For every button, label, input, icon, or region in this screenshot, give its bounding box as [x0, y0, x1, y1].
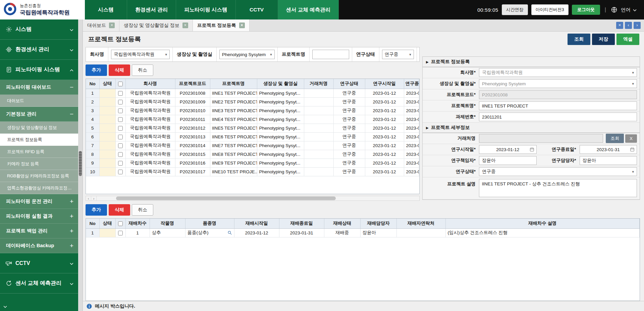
sidebar-splitter[interactable] — [78, 19, 83, 311]
start-date-input[interactable]: 2023-01-12 — [479, 145, 537, 154]
table-row[interactable]: 5국립원예특작과학원P202301012lINE5 TEST PROJECTPh… — [86, 124, 419, 132]
sidebar-item[interactable]: 피노타이핑 운전 관리+ — [0, 194, 78, 209]
client-clear-button[interactable]: X — [625, 134, 637, 143]
row-checkbox[interactable] — [118, 126, 123, 131]
extend-time-button[interactable]: 시간연장 — [502, 4, 528, 15]
nav-item-5[interactable]: 센서 교체 예측관리 — [278, 0, 339, 19]
project-name-field[interactable]: lINE1 TEST PROJECT — [479, 101, 637, 110]
tab-1[interactable]: 대쉬보드× — [83, 19, 119, 31]
nav-item-2[interactable]: 환경센서 관리 — [127, 0, 176, 19]
magnifier-icon[interactable] — [227, 230, 232, 235]
sidebar-item[interactable]: 환경센서 관리 — [0, 40, 78, 60]
nav-item-1[interactable]: 시스템 — [85, 0, 127, 19]
sidebar-item[interactable]: 기본정보 관리− — [0, 107, 78, 122]
sidebar-scroll-down-icon[interactable] — [3, 303, 7, 309]
tab-close-icon[interactable]: × — [182, 23, 188, 28]
table-row[interactable]: 11상추품종(상추)2023-01-122023-01-31재배중장윤아(임시)… — [86, 228, 640, 237]
sidebar-item[interactable]: CCTV — [0, 253, 78, 273]
table-row[interactable]: 1국립원예특작과학원P202301008lINE1 TEST PROJECTPh… — [86, 89, 419, 97]
sidebar-item[interactable]: 프로젝트 정보등록 — [0, 134, 78, 146]
table-row[interactable]: 4국립원예특작과학원P202301011lINE4 TEST PROJECTPh… — [86, 115, 419, 124]
select-all-checkbox[interactable] — [118, 82, 123, 86]
tab-close-all-button[interactable]: × — [616, 22, 623, 29]
chevron-down-icon — [633, 7, 637, 12]
table-row[interactable]: 2국립원예특작과학원P202301009lINE2 TEST PROJECTPh… — [86, 97, 419, 106]
research-status-select[interactable]: 연구중 ▾ — [479, 167, 637, 176]
sidebar-item[interactable]: 생장상 및 영상촬영실 정보 — [0, 122, 78, 134]
row-checkbox[interactable] — [118, 135, 123, 139]
table-row[interactable]: 10국립원예특작과학원P202301017lINE10 TEST PROJE..… — [86, 167, 419, 176]
table-row[interactable]: 9국립원예특작과학원P202301016lINE9 TEST PROJECTPh… — [86, 159, 419, 167]
excel-button[interactable]: 엑셀 — [616, 34, 639, 45]
project-name-input[interactable] — [312, 50, 349, 59]
row-number: 8 — [86, 150, 99, 159]
horizontal-scrollbar[interactable]: ‹ › — [86, 196, 420, 201]
sidebar-item[interactable]: 대쉬보드 — [0, 95, 78, 107]
cancel-button[interactable]: 취소 — [132, 64, 153, 76]
table-row[interactable]: 8국립원예특작과학원P202301015lINE8 TEST PROJECTPh… — [86, 150, 419, 159]
delete-button[interactable]: 삭제 — [109, 204, 130, 216]
row-checkbox[interactable] — [118, 231, 123, 235]
end-date-input[interactable]: 2023-01-31 — [580, 145, 637, 154]
tab-close-icon[interactable]: × — [109, 23, 115, 28]
add-button[interactable]: 추가 — [86, 64, 107, 76]
row-checkbox[interactable] — [118, 91, 123, 96]
sidebar-item[interactable]: 시스템 — [0, 19, 78, 40]
row-checkbox[interactable] — [118, 108, 123, 113]
scroll-left-arrow[interactable]: ‹ — [86, 196, 91, 201]
row-checkbox[interactable] — [118, 170, 123, 174]
tab-3[interactable]: 프로젝트 정보등록× — [193, 19, 250, 31]
tab-next-button[interactable]: › — [634, 22, 641, 29]
sidebar-scrollbar-thumb[interactable] — [79, 151, 82, 176]
client-field[interactable] — [479, 134, 603, 143]
row-checkbox[interactable] — [118, 143, 123, 148]
column-header: 재배자연락처 — [396, 219, 445, 228]
leader-field[interactable]: 장윤아 — [479, 156, 537, 165]
nav-item-4[interactable]: CCTV — [236, 0, 278, 19]
sidebar-item[interactable]: 카메라 정보 등록 — [0, 158, 78, 170]
tab-2[interactable]: 생장상 및 영상촬영실 정보× — [119, 19, 193, 31]
scroll-right-arrow[interactable]: › — [91, 196, 97, 201]
row-checkbox[interactable] — [118, 117, 123, 122]
sidebar-item[interactable]: 엽록소형광촬영실 카메라좌표정보 등록 — [0, 182, 78, 194]
logo[interactable]: 농촌진흥청 국립원예특작과학원 — [0, 0, 85, 19]
delete-button[interactable]: 삭제 — [109, 64, 130, 76]
sidebar-item[interactable]: 피노타이핑 대쉬보드− — [0, 80, 78, 95]
nav-item-3[interactable]: 피노타이핑 시스템 — [176, 0, 235, 19]
row-checkbox[interactable] — [118, 152, 123, 157]
sidebar-item[interactable]: 센서 교체 예측관리 — [0, 273, 78, 294]
add-button[interactable]: 추가 — [86, 204, 107, 216]
sidebar-item[interactable]: 데이타베이스 Backup+ — [0, 238, 78, 253]
language-selector[interactable]: 언어 — [621, 7, 637, 13]
table-row[interactable]: 6국립원예특작과학원P202301013lINE6 TEST PROJECTPh… — [86, 132, 419, 141]
row-checkbox[interactable] — [118, 100, 123, 104]
task-number-field[interactable]: 23011201 — [479, 113, 637, 121]
sidebar-item[interactable]: 프로젝트 RFID 등록 — [0, 146, 78, 158]
sidebar-item[interactable]: RGB촬영실 카메라좌표정보 등록 — [0, 170, 78, 182]
table-row[interactable]: 7국립원예특작과학원P202301014lINE7 TEST PROJECTPh… — [86, 141, 419, 150]
user-button[interactable]: 아이티컨버전3 — [531, 4, 569, 15]
company-select[interactable]: 국립원예특작과학원 ▾ — [479, 68, 637, 77]
company-filter-select[interactable]: 국립원예특작과학원 ▾ — [111, 50, 170, 59]
calendar-icon[interactable] — [630, 147, 635, 152]
sidebar-item[interactable]: 피노타이핑 실험 결과+ — [0, 209, 78, 224]
logout-button[interactable]: 로그아웃 — [572, 5, 600, 15]
cancel-button[interactable]: 취소 — [132, 204, 153, 216]
save-button[interactable]: 저장 — [592, 34, 615, 45]
search-button[interactable]: 조회 — [568, 34, 590, 45]
tab-close-icon[interactable]: × — [239, 23, 245, 28]
sidebar-item[interactable]: 피노타이핑 시스템 — [0, 60, 78, 80]
status-filter-select[interactable]: 연구중 ▾ — [382, 50, 414, 59]
tab-prev-button[interactable]: ‹ — [625, 22, 632, 29]
project-description-textarea[interactable]: lINE1 TEST PROJECT - 상추 건조스트레스 진행 — [479, 179, 637, 197]
table-row[interactable]: 3국립원예특작과학원P202301010lINE3 TEST PROJECTPh… — [86, 106, 419, 115]
manager-field[interactable]: 장윤아 — [580, 156, 637, 165]
chamber-filter-select[interactable]: Phenotyping Sysytem ▾ — [219, 50, 275, 59]
client-search-button[interactable]: 조회 — [606, 134, 624, 143]
select-all-checkbox[interactable] — [118, 221, 123, 226]
row-checkbox[interactable] — [118, 161, 123, 166]
scrollbar-thumb[interactable] — [116, 196, 336, 200]
calendar-icon[interactable] — [530, 147, 534, 152]
chamber-select[interactable]: Phenotyping Sysytem ▾ — [479, 79, 637, 88]
sidebar-item[interactable]: 프로젝트 백업 관리+ — [0, 224, 78, 238]
